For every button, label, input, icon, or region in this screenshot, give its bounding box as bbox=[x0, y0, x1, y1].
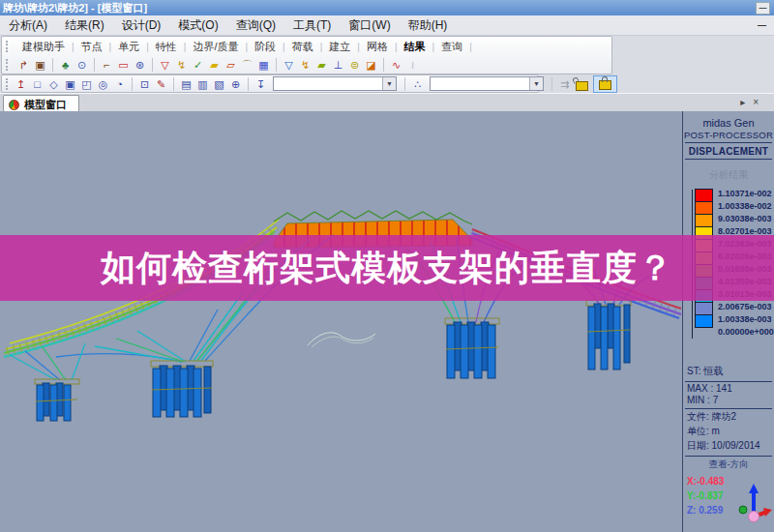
select-add-icon[interactable]: ▥ bbox=[194, 76, 211, 92]
frame-view-icon[interactable]: ▭ bbox=[115, 57, 132, 73]
plate-icon[interactable]: ▰ bbox=[206, 57, 223, 73]
divider bbox=[685, 159, 772, 160]
check-model-icon[interactable]: ✓ bbox=[190, 57, 206, 73]
legend-value-11: 0.00000e+000 bbox=[718, 326, 774, 339]
ribbon-tab-7[interactable]: 建立 bbox=[322, 40, 357, 54]
select-plane-icon[interactable]: ◰ bbox=[78, 76, 95, 92]
toolbar-grip[interactable] bbox=[6, 41, 11, 52]
ribbon-tab-1[interactable]: 节点 bbox=[74, 40, 109, 54]
menu-item-4[interactable]: 查询(Q) bbox=[227, 15, 284, 36]
divider bbox=[685, 456, 772, 457]
menu-item-7[interactable]: 帮助(H) bbox=[400, 15, 457, 36]
ribbon-tab-5[interactable]: 阶段 bbox=[248, 40, 283, 54]
truss-result-icon[interactable]: ▽ bbox=[281, 57, 297, 73]
ribbon-tab-8[interactable]: 网格 bbox=[360, 40, 395, 54]
next-tab-icon[interactable]: ▸ bbox=[740, 97, 753, 107]
slab-icon[interactable]: ▱ bbox=[223, 57, 239, 73]
toolbar-zone: 建模助手|节点|单元|特性|边界/质量|阶段|荷载|建立|网格|结果|查询| ↱… bbox=[0, 36, 774, 93]
menu-item-1[interactable]: 结果(R) bbox=[56, 15, 113, 36]
ribbon-tab-2[interactable]: 单元 bbox=[111, 40, 146, 54]
zoom-dynamic-icon[interactable]: ⊡ bbox=[136, 76, 153, 92]
legend-swatch-9 bbox=[695, 302, 713, 315]
mode-shape-icon[interactable]: ↯ bbox=[297, 57, 313, 73]
influence-line-icon[interactable]: ∿ bbox=[388, 57, 404, 73]
ribbon-separator: | bbox=[469, 42, 472, 52]
mesh-grid-icon[interactable]: ▦ bbox=[255, 57, 272, 73]
ribbon-tab-0[interactable]: 建模助手 bbox=[15, 40, 72, 54]
banner-text: 如何检查桁架式模板支架的垂直度？ bbox=[101, 245, 673, 292]
ribbon-tab-4[interactable]: 边界/质量 bbox=[186, 40, 245, 54]
chevron-down-icon: ▼ bbox=[529, 77, 543, 90]
info-row-0: 文件: 牌坊2 bbox=[687, 410, 774, 424]
unlock-icon[interactable] bbox=[576, 81, 588, 91]
ribbon-tab-6[interactable]: 荷载 bbox=[285, 40, 320, 54]
menu-item-5[interactable]: 工具(T) bbox=[284, 15, 340, 36]
snap-tool-icon[interactable]: ↱ bbox=[15, 57, 32, 73]
activate-icon[interactable]: ↧ bbox=[253, 76, 269, 92]
result-type-label: DISPLACEMENT bbox=[683, 146, 774, 157]
window-title: 牌坊\牌坊2\牌坊2] - [模型窗口] bbox=[3, 1, 147, 15]
menu-item-6[interactable]: 窗口(W) bbox=[340, 15, 399, 36]
dynamic-load-icon[interactable]: ↯ bbox=[173, 57, 190, 73]
stress-plate-icon[interactable]: ▰ bbox=[313, 57, 330, 73]
tree-view-icon[interactable]: ♣ bbox=[57, 57, 74, 73]
named-group-combo[interactable]: ▼ bbox=[430, 76, 544, 91]
legend-swatch-2 bbox=[695, 214, 713, 227]
menu-item-0[interactable]: 分析(A) bbox=[0, 15, 56, 36]
toolbar-grip[interactable] bbox=[6, 78, 8, 90]
brand-label: midas Gen bbox=[683, 117, 774, 129]
lock-icon[interactable] bbox=[599, 80, 611, 90]
info-row-1: 单位: m bbox=[687, 425, 774, 438]
toolbar-separator bbox=[52, 58, 53, 72]
toolbar-grip[interactable] bbox=[6, 59, 11, 71]
ghost-tool-icon[interactable]: ≀ bbox=[404, 57, 421, 73]
select-polygon-icon[interactable]: ◇ bbox=[45, 76, 62, 92]
select-arrow-icon[interactable]: ↥ bbox=[13, 76, 29, 92]
select-recent-icon[interactable]: ◔ bbox=[111, 76, 128, 92]
legend-value-9: 2.00675e-003 bbox=[718, 301, 774, 313]
solid-view-icon[interactable]: ◪ bbox=[363, 57, 379, 73]
menu-item-2[interactable]: 设计(D) bbox=[113, 15, 170, 36]
ribbon-tab-9[interactable]: 结果 bbox=[398, 40, 432, 54]
chevron-down-icon: ▼ bbox=[382, 77, 396, 90]
legend-swatch-10 bbox=[695, 314, 713, 328]
toolbar-separator bbox=[248, 77, 249, 91]
minimize-button[interactable]: — bbox=[756, 2, 770, 15]
overlay-banner: 如何检查桁架式模板支架的垂直度？ bbox=[0, 235, 774, 301]
toolbar-separator bbox=[383, 58, 384, 72]
toolbar-row-1: ↱▣♣⊙⌐▭⊛▽↯✓▰▱⌒▦▽↯▰⊥⊜◪∿≀ bbox=[2, 56, 611, 74]
zoom-user-icon[interactable]: ⊙ bbox=[74, 57, 90, 73]
model-canvas[interactable] bbox=[0, 111, 682, 532]
selection-toolbar-panel: ↥□◇▣◰◎◔⊡✎▤▥▧⊕↧▼∴▼⇉ bbox=[1, 74, 539, 93]
arc-member-icon[interactable]: ⌒ bbox=[239, 57, 255, 73]
work-plane-icon[interactable]: ⌐ bbox=[99, 57, 115, 73]
select-window-icon[interactable]: □ bbox=[29, 76, 45, 92]
toolbar-separator bbox=[551, 77, 552, 91]
truss-load-icon[interactable]: ▽ bbox=[157, 57, 173, 73]
named-group-icon[interactable]: ∴ bbox=[409, 76, 426, 92]
menu-bar: 分析(A)结果(R)设计(D)模式(O)查询(Q)工具(T)窗口(W)帮助(H)… bbox=[0, 15, 774, 36]
midas-logo-icon bbox=[9, 100, 19, 110]
ribbon-tab-10[interactable]: 查询 bbox=[434, 40, 469, 54]
select-volume-icon[interactable]: ◎ bbox=[95, 76, 111, 92]
legend-value-2: 9.03038e-003 bbox=[718, 213, 774, 225]
section-icon[interactable]: ⊜ bbox=[346, 57, 363, 73]
title-bar: 牌坊\牌坊2\牌坊2] - [模型窗口] — bbox=[0, 0, 774, 15]
lock-icon-selected[interactable] bbox=[593, 75, 617, 93]
model-viewport[interactable]: midas Gen POST-PROCESSOR DISPLACEMENT 分析… bbox=[0, 111, 774, 532]
select-all-icon[interactable]: ⊕ bbox=[227, 76, 244, 92]
select-prev-icon[interactable]: ▤ bbox=[178, 76, 194, 92]
select-rotate-icon[interactable]: ▧ bbox=[211, 76, 227, 92]
active-group-combo[interactable]: ▼ bbox=[273, 76, 397, 91]
inspect-icon[interactable]: ⊛ bbox=[132, 57, 148, 73]
close-tab-icon[interactable]: × bbox=[753, 97, 766, 107]
auto-fit-icon[interactable]: ⇉ bbox=[556, 76, 573, 92]
menu-minimize-icon[interactable]: — bbox=[758, 20, 766, 30]
model-box-icon[interactable]: ▣ bbox=[32, 57, 48, 73]
redraw-pen-icon[interactable]: ✎ bbox=[153, 76, 169, 92]
menu-item-3[interactable]: 模式(O) bbox=[169, 15, 226, 36]
ribbon-tab-3[interactable]: 特性 bbox=[149, 40, 184, 54]
legend-swatch-0 bbox=[695, 189, 713, 202]
local-axis-icon[interactable]: ⊥ bbox=[330, 57, 346, 73]
select-intersect-icon[interactable]: ▣ bbox=[62, 76, 78, 92]
